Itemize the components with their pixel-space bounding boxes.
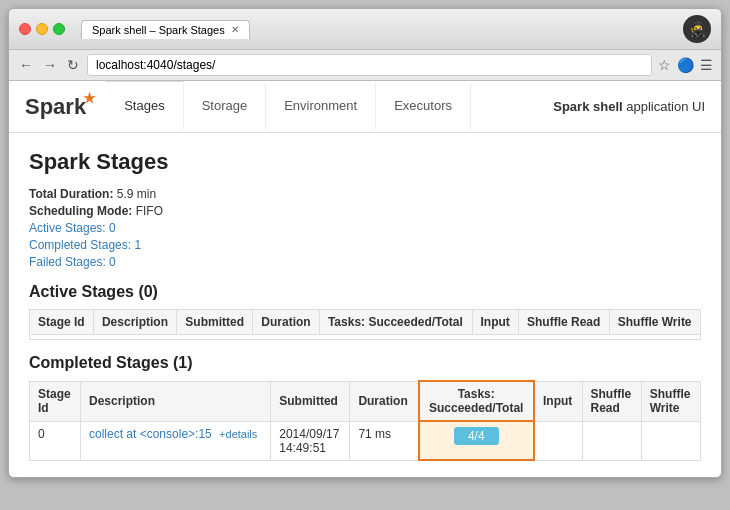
minimize-button[interactable] — [36, 23, 48, 35]
active-stages-value: 0 — [109, 221, 116, 235]
completed-stages-link[interactable]: Completed Stages: 1 — [29, 238, 141, 252]
col-description-hdr: Description — [81, 381, 271, 421]
settings-icon[interactable]: ☰ — [700, 57, 713, 73]
cell-duration: 71 ms — [350, 421, 419, 460]
cell-shuffle-read — [582, 421, 641, 460]
url-bar[interactable] — [87, 54, 652, 76]
maximize-button[interactable] — [53, 23, 65, 35]
close-button[interactable] — [19, 23, 31, 35]
scheduling-mode-value: FIFO — [136, 204, 163, 218]
nav-tab-environment[interactable]: Environment — [266, 82, 376, 131]
empty-cell — [30, 335, 701, 340]
col-tasks-hdr: Tasks:Succeeded/Total — [419, 381, 534, 421]
failed-stages-value: 0 — [109, 255, 116, 269]
cell-tasks: 4/4 — [419, 421, 534, 460]
completed-stages-table: StageId Description Submitted Duration T… — [29, 380, 701, 461]
nav-tabs: Stages Storage Environment Executors — [106, 82, 553, 131]
completed-stages-body: 0 collect at <console>:15 +details 2014/… — [30, 421, 701, 460]
cell-stage-id: 0 — [30, 421, 81, 460]
failed-stages-row: Failed Stages: 0 — [29, 255, 701, 269]
failed-stages-link[interactable]: Failed Stages: 0 — [29, 255, 116, 269]
bookmark-icon[interactable]: ☆ — [658, 57, 671, 73]
total-duration-label: Total Duration: — [29, 187, 113, 201]
empty-row — [30, 335, 701, 340]
active-stages-row: Active Stages: 0 — [29, 221, 701, 235]
col-duration: Duration — [253, 310, 320, 335]
nav-tab-stages[interactable]: Stages — [106, 81, 183, 131]
extension-icon[interactable]: 🔵 — [677, 57, 694, 73]
completed-stages-header-row: StageId Description Submitted Duration T… — [30, 381, 701, 421]
profile-icon: 🥷 — [683, 15, 711, 43]
col-description: Description — [93, 310, 176, 335]
cell-input — [534, 421, 582, 460]
tab-close-icon[interactable]: ✕ — [231, 24, 239, 35]
total-duration-row: Total Duration: 5.9 min — [29, 187, 701, 201]
col-stage-id-hdr: StageId — [30, 381, 81, 421]
table-row: 0 collect at <console>:15 +details 2014/… — [30, 421, 701, 460]
active-stages-table: Stage Id Description Submitted Duration … — [29, 309, 701, 340]
completed-stages-section-title: Completed Stages (1) — [29, 354, 701, 372]
tasks-badge: 4/4 — [454, 427, 499, 445]
col-tasks: Tasks: Succeeded/Total — [319, 310, 472, 335]
col-shuffle-write: Shuffle Write — [609, 310, 700, 335]
col-submitted: Submitted — [177, 310, 253, 335]
completed-stages-wrapper: StageId Description Submitted Duration T… — [29, 380, 701, 461]
active-stages-section-title: Active Stages (0) — [29, 283, 701, 301]
cell-shuffle-write — [641, 421, 700, 460]
logo-text: Spark★ — [25, 94, 86, 120]
address-bar-row: ← → ↻ ☆ 🔵 ☰ — [9, 50, 721, 81]
cell-submitted: 2014/09/1714:49:51 — [271, 421, 350, 460]
details-link[interactable]: +details — [219, 428, 257, 440]
tab-title: Spark shell – Spark Stages — [92, 24, 225, 36]
nav-tab-storage[interactable]: Storage — [184, 82, 267, 131]
spark-star-icon: ★ — [83, 90, 96, 106]
app-content: Spark★ Stages Storage Environment Execut… — [9, 81, 721, 477]
cell-description: collect at <console>:15 +details — [81, 421, 271, 460]
active-stages-label: Active Stages: — [29, 221, 106, 235]
reload-button[interactable]: ↻ — [65, 57, 81, 73]
col-input: Input — [472, 310, 519, 335]
col-duration-hdr: Duration — [350, 381, 419, 421]
spark-logo: Spark★ — [25, 94, 86, 120]
col-input-hdr: Input — [534, 381, 582, 421]
spark-header: Spark★ Stages Storage Environment Execut… — [9, 81, 721, 133]
back-button[interactable]: ← — [17, 57, 35, 73]
scheduling-mode-label: Scheduling Mode: — [29, 204, 132, 218]
main-content: Spark Stages Total Duration: 5.9 min Sch… — [9, 133, 721, 477]
scheduling-mode-row: Scheduling Mode: FIFO — [29, 204, 701, 218]
browser-tab[interactable]: Spark shell – Spark Stages ✕ — [81, 20, 250, 39]
completed-stages-label: Completed Stages: — [29, 238, 131, 252]
description-link[interactable]: collect at <console>:15 — [89, 427, 212, 441]
active-stages-header-row: Stage Id Description Submitted Duration … — [30, 310, 701, 335]
active-stages-body — [30, 335, 701, 340]
app-title: Spark shell application UI — [553, 99, 705, 114]
col-shuffle-read: Shuffle Read — [519, 310, 610, 335]
active-stages-link[interactable]: Active Stages: 0 — [29, 221, 116, 235]
failed-stages-label: Failed Stages: — [29, 255, 106, 269]
total-duration-value: 5.9 min — [117, 187, 156, 201]
completed-stages-value: 1 — [134, 238, 141, 252]
app-name: Spark shell — [553, 99, 622, 114]
col-submitted-hdr: Submitted — [271, 381, 350, 421]
completed-stages-row: Completed Stages: 1 — [29, 238, 701, 252]
col-shuffle-read-hdr: ShuffleRead — [582, 381, 641, 421]
nav-tab-executors[interactable]: Executors — [376, 82, 471, 131]
col-shuffle-write-hdr: ShuffleWrite — [641, 381, 700, 421]
col-stage-id: Stage Id — [30, 310, 94, 335]
forward-button[interactable]: → — [41, 57, 59, 73]
page-title: Spark Stages — [29, 149, 701, 175]
